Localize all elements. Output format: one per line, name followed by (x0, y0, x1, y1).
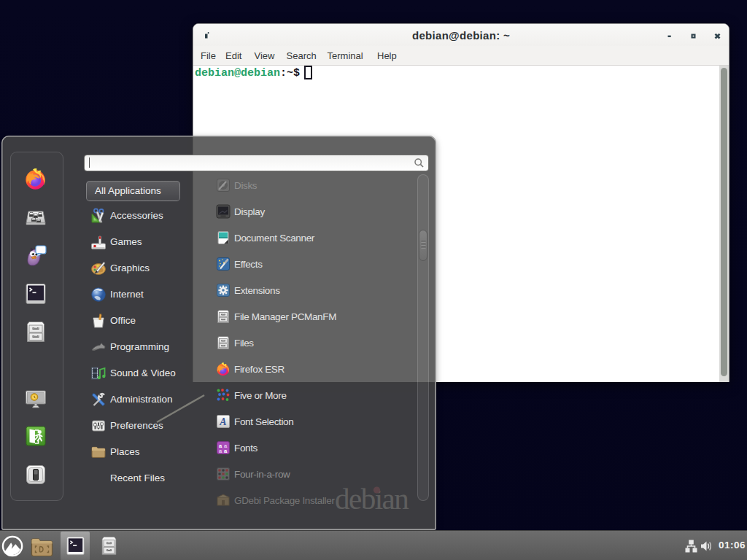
svg-text:A: A (219, 416, 226, 427)
